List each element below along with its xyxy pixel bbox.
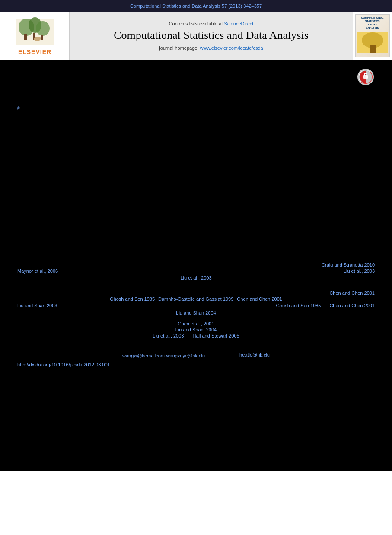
sciencedirect-link[interactable]: ScienceDirect <box>224 21 253 26</box>
email2-link[interactable]: wangxuye@hk.clu <box>166 353 205 358</box>
open-access-badge <box>357 69 375 86</box>
chen2001a-link[interactable]: Chen and Chen 2001 <box>329 290 375 296</box>
ref-row-chen2001-right: Chen and Chen 2001 <box>17 290 375 296</box>
journal-center-info: Contents lists available at ScienceDirec… <box>70 12 353 60</box>
elsevier-brand: ELSEVIER <box>18 48 51 55</box>
journal-title: Computational Statistics and Data Analys… <box>114 29 309 42</box>
chen2001d-link[interactable]: Chen et al., 2001 <box>178 321 214 326</box>
ghosh1985a-link[interactable]: Ghosh and Sen 1985 <box>110 296 155 302</box>
liu2003b-link[interactable]: Liu et al., 2003 <box>180 275 211 280</box>
chen2001b-link[interactable]: Chen and Chen 2001 <box>237 296 282 302</box>
cover-art <box>357 32 388 53</box>
spacer2 <box>17 317 375 321</box>
damnho-link[interactable]: Damnho-Castelle and Gassiat 1999 <box>158 296 233 302</box>
ref-row-liu-hall: Liu et al., 2003 Hall and Stewart 2005 <box>17 333 375 338</box>
svg-rect-6 <box>41 35 43 40</box>
homepage-link[interactable]: www.elsevier.com/locate/csda <box>200 45 263 51</box>
badge-icon <box>357 69 374 85</box>
liu2004c-link[interactable]: Liu and Shan, 2004 <box>175 327 217 332</box>
doi-link[interactable]: http://dx.doi.org/10.1016/j.csda.2012.03… <box>17 362 375 367</box>
cover-title-text: COMPUTATIONALSTATISTICS& DATAANALYSIS <box>361 16 384 30</box>
craig-stranetta-link[interactable]: Craig and Stranetta 2010 <box>322 262 375 268</box>
article-title-area <box>17 67 375 101</box>
article-abstract-body <box>17 120 375 258</box>
svg-point-8 <box>38 37 41 39</box>
liu2003c-link[interactable]: Liu et al., 2003 <box>153 333 184 338</box>
svg-rect-4 <box>24 34 27 40</box>
svg-rect-11 <box>370 45 376 53</box>
top-banner: Computational Statistics and Data Analys… <box>0 0 392 12</box>
maynor-link[interactable]: Maynor et al., 2006 <box>17 268 58 274</box>
email-line: wangxi@kemailcom wangxuye@hk.clu heatle@… <box>17 352 375 359</box>
article-main-area: # Craig and Stranetta 2010 Maynor et al.… <box>0 60 392 471</box>
ref-row-liu-center: Liu et al., 2003 <box>17 274 375 281</box>
spacer1 <box>17 282 375 290</box>
chen2001c-link[interactable]: Chen and Chen 2001 <box>329 303 375 308</box>
references-section: Craig and Stranetta 2010 Maynor et al., … <box>17 262 375 367</box>
ref-row-craig: Craig and Stranetta 2010 <box>17 262 375 268</box>
spacer3 <box>17 339 375 352</box>
footnote-marker: # <box>17 106 20 111</box>
hall2005-link[interactable]: Hall and Stewart 2005 <box>192 333 239 338</box>
journal-cover-image: COMPUTATIONALSTATISTICS& DATAANALYSIS <box>353 12 392 60</box>
ref-row-chen-liu2: Chen et al., 2001 <box>17 321 375 326</box>
footnote-area: # <box>17 105 375 111</box>
ghosh1985b-link[interactable]: Ghosh and Sen 1985 <box>276 303 321 308</box>
contents-available-text: Contents lists available at ScienceDirec… <box>169 21 254 26</box>
cover-thumbnail: COMPUTATIONALSTATISTICS& DATAANALYSIS <box>355 14 390 57</box>
ref-row-liu-shan-2004: Liu and Shan 2004 <box>17 309 375 316</box>
email3-link[interactable]: heatle@hk.clu <box>239 352 270 359</box>
ref-row-liu-ghosh: Liu and Shan 2003 Ghosh and Sen 1985 Che… <box>17 303 375 308</box>
elsevier-logo: ELSEVIER <box>0 12 70 60</box>
svg-point-3 <box>36 21 50 36</box>
ref-row-multi: Ghosh and Sen 1985 Damnho-Castelle and G… <box>17 296 375 302</box>
ref-row-liu-shan2: Liu and Shan, 2004 <box>17 327 375 332</box>
liu2003a-link[interactable]: Liu et al., 2003 <box>344 268 375 274</box>
journal-header: ELSEVIER Contents lists available at Sci… <box>0 12 392 60</box>
journal-volume-link[interactable]: Computational Statistics and Data Analys… <box>130 3 262 9</box>
liu2004b-link[interactable]: Liu and Shan 2004 <box>176 310 216 315</box>
homepage-line: journal homepage: www.elsevier.com/locat… <box>159 45 263 51</box>
ref-row-maynor-liu: Maynor et al., 2006 Liu et al., 2003 <box>17 268 375 274</box>
liu2004-link[interactable]: Liu and Shan 2003 <box>17 303 57 308</box>
email1-link[interactable]: wangxi@kemailcom <box>122 353 165 358</box>
